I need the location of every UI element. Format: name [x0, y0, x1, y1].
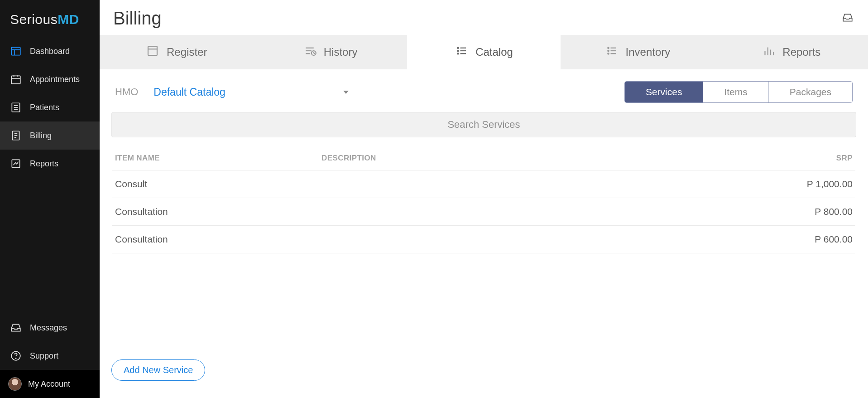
svg-rect-0: [11, 47, 20, 55]
subtabs: Register History Catalog Inventory Repor…: [100, 35, 868, 69]
tab-inventory[interactable]: Inventory: [561, 35, 714, 69]
catalog-name: Default Catalog: [153, 86, 225, 98]
history-icon: [303, 44, 317, 60]
sidebar-item-messages[interactable]: Messages: [0, 314, 100, 342]
cell-desc: [321, 179, 749, 189]
table-header: ITEM NAME DESCRIPTION SRP: [112, 148, 855, 170]
help-icon: [10, 350, 22, 362]
svg-point-37: [457, 50, 459, 52]
cell-desc: [321, 206, 749, 217]
tab-catalog[interactable]: Catalog: [407, 35, 561, 69]
sidebar-item-support[interactable]: Support: [0, 342, 100, 370]
inbox-icon: [10, 322, 22, 334]
add-new-service-button[interactable]: Add New Service: [111, 359, 205, 381]
register-icon: [146, 44, 159, 60]
sidebar-item-account[interactable]: My Account: [0, 370, 100, 398]
main: Billing Register History Catalog Invento…: [100, 0, 868, 398]
sidebar: SeriousMD Dashboard Appointments Patient…: [0, 0, 100, 398]
calendar-icon: [10, 73, 22, 85]
sidebar-item-label: Messages: [30, 323, 67, 333]
svg-rect-21: [148, 46, 157, 55]
catalog-icon: [455, 44, 468, 60]
chevron-down-icon: [343, 91, 349, 94]
logo-text: Serious: [10, 12, 58, 27]
catalog-select[interactable]: Default Catalog: [153, 86, 349, 98]
col-description: DESCRIPTION: [321, 154, 749, 163]
segment-services[interactable]: Services: [625, 82, 703, 102]
hmo-label: HMO: [115, 86, 138, 98]
segment-items[interactable]: Items: [703, 82, 768, 102]
header: Billing: [100, 0, 868, 35]
svg-point-39: [457, 53, 459, 54]
svg-rect-3: [11, 76, 20, 83]
tab-label: Reports: [782, 46, 820, 58]
svg-point-45: [608, 53, 609, 54]
svg-point-43: [608, 50, 609, 52]
inbox-icon: [841, 12, 854, 24]
sidebar-item-label: Appointments: [30, 75, 80, 84]
svg-point-20: [15, 358, 16, 359]
table-row[interactable]: Consult P 1,000.00: [112, 170, 855, 198]
tab-register[interactable]: Register: [100, 35, 253, 69]
logo: SeriousMD: [0, 0, 100, 37]
cell-srp: P 1,000.00: [749, 179, 853, 189]
inventory-icon: [605, 44, 619, 60]
cell-desc: [321, 234, 749, 245]
sidebar-item-label: Support: [30, 351, 58, 361]
tab-label: Catalog: [475, 46, 513, 58]
cell-name: Consultation: [115, 206, 321, 217]
sidebar-item-label: Patients: [30, 103, 59, 112]
page-title: Billing: [113, 8, 162, 29]
sidebar-item-label: Billing: [30, 131, 52, 141]
dashboard-icon: [10, 45, 22, 57]
filter-row: HMO Default Catalog Services Items Packa…: [100, 69, 868, 107]
cell-name: Consultation: [115, 234, 321, 245]
sidebar-item-dashboard[interactable]: Dashboard: [0, 37, 100, 65]
table-row[interactable]: Consultation P 600.00: [112, 226, 855, 253]
col-item-name: ITEM NAME: [115, 154, 321, 163]
nav: Dashboard Appointments Patients Billing …: [0, 37, 100, 370]
sidebar-item-label: Dashboard: [30, 47, 70, 56]
cell-srp: P 800.00: [749, 206, 853, 217]
svg-point-35: [457, 48, 459, 49]
tab-label: History: [324, 46, 358, 58]
sidebar-item-billing[interactable]: Billing: [0, 121, 100, 150]
list-icon: [10, 102, 22, 113]
svg-line-34: [314, 53, 315, 53]
segment-control: Services Items Packages: [624, 81, 853, 103]
sidebar-item-label: Reports: [30, 159, 58, 169]
svg-point-41: [608, 48, 609, 49]
col-srp: SRP: [749, 154, 853, 163]
bar-chart-icon: [762, 44, 775, 60]
tab-label: Register: [167, 46, 207, 58]
cell-srp: P 600.00: [749, 234, 853, 245]
tab-reports[interactable]: Reports: [715, 35, 868, 69]
avatar: [8, 377, 22, 391]
segment-packages[interactable]: Packages: [768, 82, 852, 102]
tab-history[interactable]: History: [253, 35, 407, 69]
search-input[interactable]: [111, 112, 856, 137]
sidebar-item-patients[interactable]: Patients: [0, 93, 100, 121]
tab-label: Inventory: [626, 46, 671, 58]
search-wrap: [100, 107, 868, 137]
table-row[interactable]: Consultation P 800.00: [112, 198, 855, 226]
document-icon: [10, 130, 22, 141]
sidebar-item-appointments[interactable]: Appointments: [0, 65, 100, 93]
account-label: My Account: [28, 379, 70, 389]
logo-d: D: [69, 12, 79, 27]
chart-icon: [10, 158, 22, 170]
logo-m: M: [58, 12, 69, 27]
cell-name: Consult: [115, 179, 321, 189]
sidebar-item-reports[interactable]: Reports: [0, 150, 100, 178]
header-inbox-button[interactable]: [841, 12, 854, 25]
services-table: ITEM NAME DESCRIPTION SRP Consult P 1,00…: [100, 137, 868, 253]
